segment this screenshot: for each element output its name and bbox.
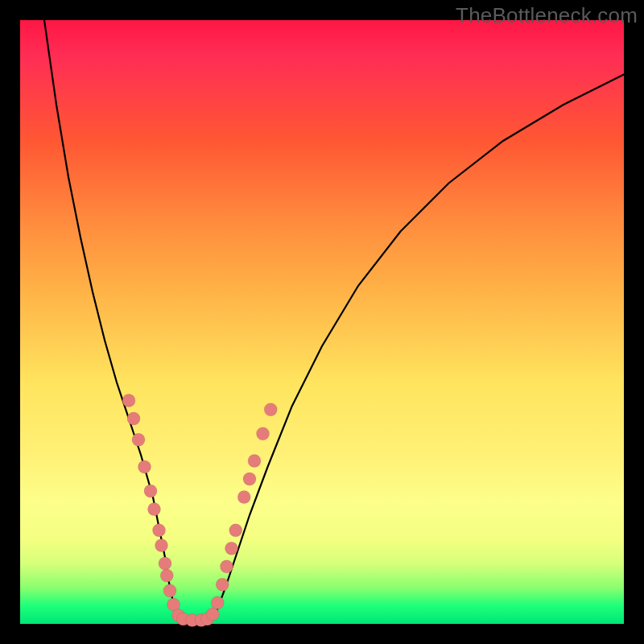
data-point-dot (237, 491, 250, 504)
data-point-dot (122, 394, 135, 407)
chart-svg (20, 20, 624, 624)
data-point-dot (159, 557, 171, 570)
bottleneck-curve (44, 20, 624, 623)
scatter-dots-group (122, 394, 277, 627)
data-point-dot (264, 403, 277, 416)
data-point-dot (221, 560, 233, 573)
data-point-dot (163, 584, 176, 597)
data-point-dot (138, 460, 151, 473)
data-point-dot (148, 503, 161, 516)
data-point-dot (155, 539, 168, 552)
chart-frame: TheBottleneck.com (0, 0, 644, 644)
data-point-dot (216, 578, 229, 591)
data-point-dot (225, 542, 238, 555)
data-point-dot (243, 473, 256, 485)
watermark-text: TheBottleneck.com (456, 3, 638, 28)
curve-group (44, 20, 624, 623)
data-point-dot (144, 485, 157, 497)
data-point-dot (132, 433, 145, 446)
data-point-dot (153, 524, 166, 537)
data-point-dot (206, 608, 219, 621)
data-point-dot (257, 427, 270, 440)
data-point-dot (211, 597, 224, 609)
chart-plot-area (20, 20, 624, 624)
data-point-dot (160, 569, 173, 582)
data-point-dot (127, 412, 140, 425)
data-point-dot (248, 455, 261, 468)
data-point-dot (229, 524, 242, 537)
